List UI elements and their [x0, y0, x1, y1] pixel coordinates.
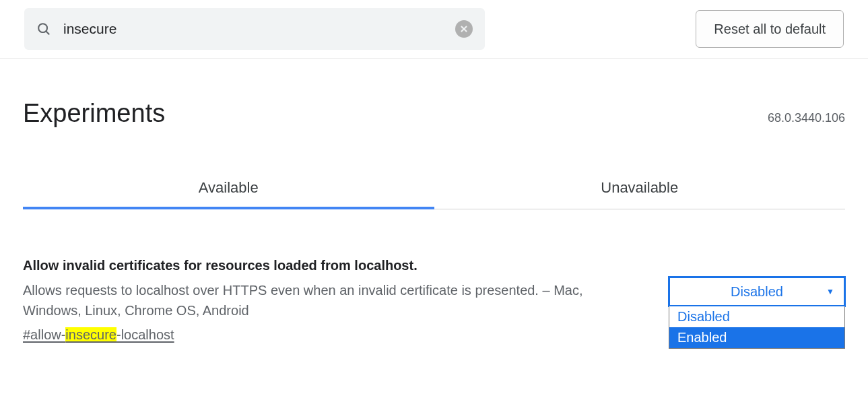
svg-line-1: [46, 31, 49, 34]
flag-dropdown[interactable]: Disabled ▼ Disabled Enabled: [669, 277, 845, 306]
search-icon: [36, 22, 51, 36]
clear-search-button[interactable]: [455, 20, 473, 38]
version-label: 68.0.3440.106: [768, 111, 845, 125]
tabs: Available Unavailable: [23, 168, 845, 209]
flag-hash-prefix: #allow-: [23, 327, 65, 342]
flag-hash-link[interactable]: #allow-insecure-localhost: [23, 327, 174, 342]
flag-text: Allow invalid certificates for resources…: [23, 258, 642, 343]
tab-unavailable[interactable]: Unavailable: [434, 168, 846, 209]
reset-all-button[interactable]: Reset all to default: [696, 10, 844, 48]
dropdown-option-enabled[interactable]: Enabled: [669, 327, 844, 348]
chevron-down-icon: ▼: [826, 287, 834, 296]
dropdown-option-disabled[interactable]: Disabled: [669, 306, 844, 327]
dropdown-selected-text: Disabled: [731, 284, 783, 300]
flag-description: Allows requests to localhost over HTTPS …: [23, 280, 642, 321]
search-box[interactable]: [24, 8, 485, 50]
tab-available[interactable]: Available: [23, 168, 434, 209]
dropdown-selected[interactable]: Disabled ▼: [669, 277, 845, 306]
flag-item: Allow invalid certificates for resources…: [23, 258, 845, 343]
search-input[interactable]: [63, 21, 455, 37]
flag-hash-highlight: insecure: [65, 327, 116, 342]
flag-title: Allow invalid certificates for resources…: [23, 258, 642, 273]
dropdown-list: Disabled Enabled: [669, 306, 845, 349]
page-title: Experiments: [23, 99, 165, 128]
main-content: Experiments 68.0.3440.106 Available Unav…: [0, 59, 868, 343]
svg-point-0: [38, 24, 47, 32]
close-icon: [459, 24, 469, 34]
top-bar: Reset all to default: [0, 0, 868, 59]
flag-hash-suffix: -localhost: [116, 327, 174, 342]
title-row: Experiments 68.0.3440.106: [23, 99, 845, 128]
